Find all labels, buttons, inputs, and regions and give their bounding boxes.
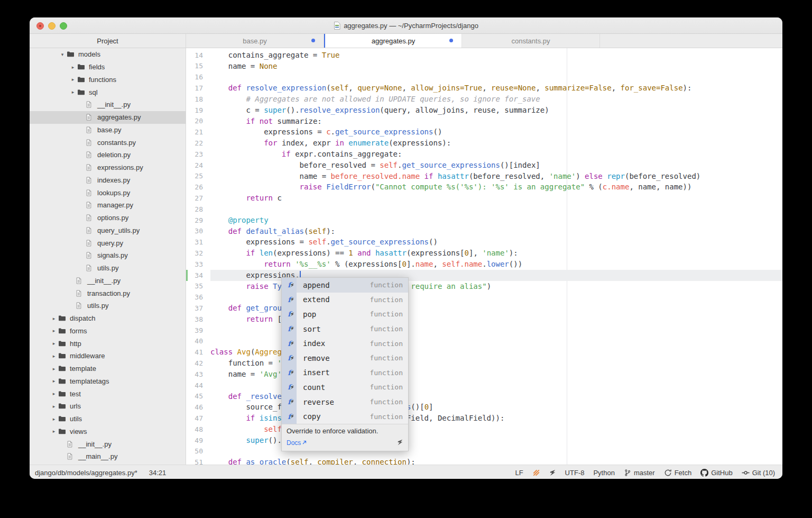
line-number[interactable]: 30 — [186, 227, 210, 235]
code-line-29[interactable]: 29 @property — [186, 215, 782, 226]
tree-item-utils[interactable]: ▸utils — [30, 413, 186, 425]
minimize-button[interactable] — [48, 22, 56, 30]
line-number[interactable]: 22 — [186, 139, 210, 147]
code-line-30[interactable]: 30 def default_alias(self): — [186, 226, 782, 237]
line-number[interactable]: 25 — [186, 172, 210, 180]
code-line-33[interactable]: 33 return '%s__%s' % (expressions[0].nam… — [186, 259, 782, 270]
code-line-50[interactable]: 50 — [186, 446, 782, 457]
tree-item-constants-py[interactable]: constants.py — [30, 136, 186, 149]
line-number[interactable]: 15 — [186, 62, 210, 70]
chevron-right-icon[interactable]: ▸ — [50, 328, 58, 333]
status-fetch[interactable]: Fetch — [664, 469, 692, 477]
tree-item-utils-py[interactable]: utils.py — [30, 262, 186, 275]
completion-item-sort[interactable]: fsortfunction — [282, 322, 408, 337]
line-number[interactable]: 35 — [186, 282, 210, 290]
tree-item-sql[interactable]: ▸sql — [30, 86, 186, 98]
tree-item-http[interactable]: ▸http — [30, 337, 186, 350]
completion-item-index[interactable]: findexfunction — [282, 336, 408, 351]
tree-item-models[interactable]: ▾models — [30, 48, 186, 61]
line-number[interactable]: 32 — [186, 249, 210, 257]
line-number[interactable]: 17 — [186, 84, 210, 92]
tree-item-base-py[interactable]: base.py — [30, 124, 186, 137]
completion-item-remove[interactable]: fremovefunction — [282, 351, 408, 366]
line-number[interactable]: 24 — [186, 161, 210, 169]
chevron-right-icon[interactable]: ▸ — [69, 89, 77, 95]
code-line-49[interactable]: 49 super()._resolve_output_field() — [186, 435, 782, 446]
code-line-23[interactable]: 23 if expr.contains_aggregate: — [186, 149, 782, 160]
code-line-26[interactable]: 26 raise FieldError("Cannot compute %s('… — [186, 181, 782, 193]
chevron-right-icon[interactable]: ▸ — [50, 341, 58, 346]
line-number[interactable]: 39 — [186, 326, 210, 334]
chevron-right-icon[interactable]: ▸ — [50, 378, 58, 384]
code-line-42[interactable]: 42 function = 'AVG' — [186, 358, 782, 369]
tree-item-__init__-py[interactable]: __init__.py — [30, 98, 186, 111]
tree-item-utils-py[interactable]: utils.py — [30, 299, 186, 312]
tree-item-lookups-py[interactable]: lookups.py — [30, 186, 186, 199]
code-line-16[interactable]: 16 — [186, 71, 782, 83]
chevron-right-icon[interactable]: ▸ — [50, 391, 58, 396]
tree-item-aggregates-py[interactable]: aggregates.py — [30, 111, 186, 124]
code-line-21[interactable]: 21 expressions = c.get_source_expression… — [186, 126, 782, 138]
line-number[interactable]: 44 — [186, 381, 210, 389]
tree-item-signals-py[interactable]: signals.py — [30, 249, 186, 262]
status-utf-8[interactable]: UTF-8 — [565, 469, 585, 477]
tree-item-functions[interactable]: ▸functions — [30, 74, 186, 86]
code-line-37[interactable]: 37 def get_group_by_cols(self): — [186, 303, 782, 314]
project-panel-header[interactable]: Project — [30, 34, 186, 48]
line-number[interactable]: 16 — [186, 73, 210, 81]
status-lf[interactable]: LF — [515, 469, 523, 477]
code-line-46[interactable]: 46 source_field = self.get_source_fields… — [186, 402, 782, 413]
status-hector-icon[interactable] — [532, 469, 540, 477]
line-number[interactable]: 18 — [186, 95, 210, 103]
tree-item-test[interactable]: ▸test — [30, 387, 186, 400]
code-line-28[interactable]: 28 — [186, 204, 782, 215]
line-number[interactable]: 27 — [186, 194, 210, 202]
tree-item-__init__-py[interactable]: __init__.py — [30, 438, 186, 450]
tree-item-urls[interactable]: ▸urls — [30, 400, 186, 413]
code-line-35[interactable]: 35 raise TypeError("Complex expressions … — [186, 281, 782, 292]
tree-item-transaction-py[interactable]: transaction.py — [30, 287, 186, 299]
line-number[interactable]: 49 — [186, 437, 210, 444]
line-number[interactable]: 28 — [186, 205, 210, 213]
completion-item-count[interactable]: fcountfunction — [282, 380, 408, 395]
code-line-19[interactable]: 19 c = super().resolve_expression(query,… — [186, 105, 782, 116]
tab-aggregates-py[interactable]: aggregates.py — [324, 34, 462, 48]
code-line-41[interactable]: 41class Avg(Aggregate): — [186, 347, 782, 358]
chevron-right-icon[interactable]: ▸ — [69, 77, 77, 82]
chevron-right-icon[interactable]: ▸ — [50, 353, 58, 359]
line-number[interactable]: 45 — [186, 392, 210, 400]
tree-item-deletion-py[interactable]: deletion.py — [30, 149, 186, 161]
tab-constants-py[interactable]: constants.py — [462, 34, 600, 48]
completion-item-extend[interactable]: fextendfunction — [282, 293, 408, 307]
tree-item-manager-py[interactable]: manager.py — [30, 199, 186, 212]
status-python[interactable]: Python — [593, 469, 614, 477]
tree-item-template[interactable]: ▸template — [30, 362, 186, 375]
line-number[interactable]: 41 — [186, 348, 210, 356]
tree-item-__main__-py[interactable]: __main__.py — [30, 450, 186, 463]
line-number[interactable]: 20 — [186, 117, 210, 125]
line-number[interactable]: 19 — [186, 106, 210, 114]
code-line-36[interactable]: 36 — [186, 292, 782, 303]
tree-item-views[interactable]: ▸views — [30, 425, 186, 438]
line-number[interactable]: 43 — [186, 370, 210, 378]
line-number[interactable]: 40 — [186, 337, 210, 345]
line-number[interactable]: 23 — [186, 150, 210, 158]
tree-item-dispatch[interactable]: ▸dispatch — [30, 312, 186, 325]
tree-item-options-py[interactable]: options.py — [30, 212, 186, 224]
completion-item-append[interactable]: fappendfunction — [282, 278, 408, 293]
line-number[interactable]: 36 — [186, 293, 210, 301]
tree-item-query_utils-py[interactable]: query_utils.py — [30, 224, 186, 237]
chevron-right-icon[interactable]: ▸ — [50, 416, 58, 422]
completion-item-insert[interactable]: finsertfunction — [282, 366, 408, 380]
tree-item-expressions-py[interactable]: expressions.py — [30, 161, 186, 174]
line-number[interactable]: 26 — [186, 183, 210, 191]
line-number[interactable]: 51 — [186, 458, 210, 465]
code-line-31[interactable]: 31 expressions = self.get_source_express… — [186, 237, 782, 248]
chevron-right-icon[interactable]: ▸ — [50, 404, 58, 409]
chevron-right-icon[interactable]: ▸ — [69, 65, 77, 70]
line-number[interactable]: 48 — [186, 425, 210, 433]
completion-item-copy[interactable]: fcopyfunction — [282, 409, 408, 424]
code-line-20[interactable]: 20 if not summarize: — [186, 116, 782, 127]
tree-item-forms[interactable]: ▸forms — [30, 325, 186, 338]
chevron-right-icon[interactable]: ▸ — [50, 366, 58, 371]
